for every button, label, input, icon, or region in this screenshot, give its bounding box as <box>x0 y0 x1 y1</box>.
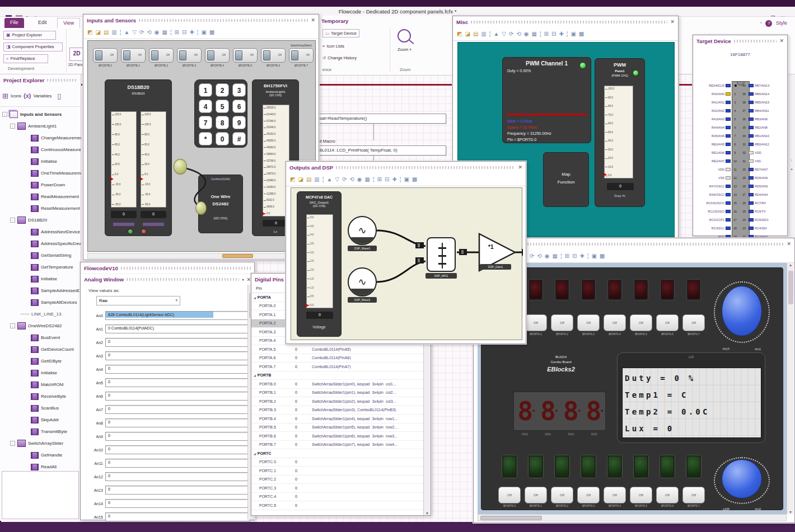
digital-pin-row[interactable]: PORTC.4 0 <box>251 493 431 502</box>
dsp-wave1-component[interactable]: ∿ <box>348 216 377 245</box>
toolbar-icon[interactable]: ¦ <box>170 29 172 35</box>
analog-value-field[interactable]: 0 <box>105 418 250 427</box>
chip-pin[interactable]: RC0/SOSCO 15 <box>694 199 741 207</box>
close-icon[interactable]: ✕ <box>518 164 522 170</box>
toolbar-icon[interactable]: ◩ <box>87 29 92 35</box>
toolbar-icon[interactable]: ◉ <box>545 253 550 259</box>
toolbar-icon[interactable]: ◪ <box>298 176 303 182</box>
chip-pin[interactable]: 26 RC7/RX <box>740 199 786 207</box>
toggle-button[interactable]: Off <box>630 314 652 331</box>
keypad-key[interactable]: 2 <box>216 83 229 97</box>
style-button[interactable]: Style <box>776 20 787 26</box>
connection-node[interactable] <box>195 201 207 215</box>
misc-window-header[interactable]: Misc✕ <box>453 16 678 27</box>
toolbar-icon[interactable]: ▦ <box>532 31 537 37</box>
toolbar-icon[interactable]: ▣ <box>404 176 409 182</box>
toolbar-icon[interactable]: ◉ <box>155 29 160 35</box>
toolbar-icon[interactable]: ⊟ <box>385 176 389 182</box>
close-icon[interactable]: ✕ <box>779 38 784 44</box>
analog-value-field[interactable]: 0 <box>105 459 250 468</box>
knob-cap[interactable] <box>722 459 762 498</box>
tree-item[interactable]: - Initialise <box>0 273 81 285</box>
toolbar-icon[interactable]: ⊞ <box>175 29 179 35</box>
green-button[interactable] <box>634 455 648 478</box>
chip-pin[interactable]: RE1/AN6 9 <box>694 148 741 157</box>
toggle-button[interactable]: Off <box>551 487 573 503</box>
target-device-button[interactable]: ▭Target Device <box>322 29 359 37</box>
digital-pin-row[interactable]: PORTB.2 0 SwitchArraySlider1(pin2), keyp… <box>251 397 431 406</box>
analog-value-field[interactable]: 0 <box>105 351 250 360</box>
chip-pin[interactable]: 37 RB4/AN11 <box>740 106 786 115</box>
chip-pin[interactable]: 40 RB7/AN13 <box>740 81 786 90</box>
toolbar-icon[interactable]: ¦ <box>587 253 589 259</box>
digital-pin-row[interactable]: PORTC.3 0 <box>251 484 431 493</box>
chip-pin[interactable]: VSS 12 <box>694 173 741 182</box>
green-button[interactable] <box>686 455 701 478</box>
tree-item[interactable]: - GetDeviceCount <box>0 343 81 355</box>
digital-pin-row[interactable]: PORTB <box>251 371 431 380</box>
toolbar-icon[interactable]: ¦ <box>120 29 121 35</box>
toolbar-icon[interactable]: ▲ <box>493 31 499 37</box>
scroll-right-icon[interactable]: › <box>788 158 795 162</box>
keypad-key[interactable]: 8 <box>216 116 229 129</box>
toolbar-icon[interactable]: ▲ <box>124 29 129 35</box>
toolbar-icon[interactable]: ⊟ <box>182 29 186 35</box>
toolbar-icon[interactable]: ▥ <box>111 29 116 35</box>
toolbar-icon[interactable]: ▥ <box>481 31 486 37</box>
toolbar-icon[interactable]: ⊞ <box>544 31 549 37</box>
toolbar-icon[interactable]: ⊟ <box>551 31 556 37</box>
tree-item[interactable]: - AddressSpecificDevice <box>0 238 81 249</box>
toolbar-icon[interactable]: ¦ <box>373 176 375 182</box>
tree-item[interactable]: - ScanBus <box>0 402 81 414</box>
slide-switch[interactable]: Off <box>233 48 258 63</box>
icons-tab[interactable]: Icons <box>11 93 21 98</box>
tree-item[interactable]: - SampleAddressedDevice <box>0 285 81 296</box>
collapse-ribbon-icon[interactable]: ^ <box>760 21 762 26</box>
slide-switch[interactable]: Off <box>121 48 146 63</box>
digital-pin-row[interactable]: PORTB.7 0 SwitchArraySlider1(pin7), keyp… <box>251 441 431 450</box>
analog-value-field[interactable]: 0 <box>105 512 250 521</box>
toggle-button[interactable]: Off <box>682 314 705 331</box>
digital-pin-row[interactable]: PORTB.6 0 SwitchArraySlider1(pin6), keyp… <box>251 432 431 441</box>
analog-window-header[interactable]: Analog Window▪✕ <box>81 274 254 285</box>
tree-item[interactable]: - GetTemperature <box>0 261 81 273</box>
view-mode-dropdown[interactable]: Raw ▾ <box>96 296 180 305</box>
switch-knob[interactable] <box>263 50 270 60</box>
expand-collapse-icon[interactable]: - <box>10 323 15 328</box>
eblocks-hscrollbar[interactable] <box>478 514 787 521</box>
digital-pin-row[interactable]: PORTB.1 0 SwitchArraySlider1(pin1), keyp… <box>251 389 431 398</box>
toolbar-icon[interactable]: ⟳ <box>342 176 347 182</box>
inputs-hscrollbar[interactable] <box>87 253 316 259</box>
toggle-button[interactable]: Off <box>577 487 600 503</box>
toolbar-icon[interactable]: ▩ <box>600 253 605 259</box>
chip-pin[interactable]: 30 RD7/AN7 <box>740 165 786 173</box>
toggle-button[interactable]: Off <box>525 487 547 503</box>
chip-pin[interactable]: 23 RC4/SDI <box>740 224 786 232</box>
chip-pin[interactable]: RA0/AN0 2 <box>694 90 741 98</box>
digital-pin-row[interactable]: PORTC.1 0 <box>251 467 431 475</box>
toolbar-icon[interactable]: ▦ <box>365 176 370 182</box>
digital-pin-row[interactable]: PORTC <box>251 449 431 458</box>
digital-pin-row[interactable]: PORTA.6 0 ComboBL0114(PinA6) <box>251 354 431 363</box>
switch-knob[interactable] <box>123 50 130 60</box>
toggle-button[interactable]: Off <box>551 314 573 331</box>
inputs-window-header[interactable]: Inputs and Sensors✕ <box>83 15 319 26</box>
keypad-key[interactable]: 4 <box>199 100 212 113</box>
help-icon[interactable]: ? <box>765 20 772 27</box>
switch-knob[interactable] <box>151 50 158 60</box>
slide-switch[interactable]: Off <box>149 48 174 63</box>
scroll-up-icon[interactable]: ▴ <box>788 167 795 171</box>
expand-collapse-icon[interactable]: - <box>10 441 15 446</box>
tree-item[interactable]: - AmbientLight1 <box>0 120 81 132</box>
toolbar-icon[interactable]: ⟲ <box>147 29 151 35</box>
keypad-key[interactable]: 3 <box>232 83 246 97</box>
keypad-key[interactable]: 6 <box>232 100 246 113</box>
toolbar-icon[interactable]: ▽ <box>502 31 506 37</box>
expand-collapse-icon[interactable]: - <box>10 218 15 223</box>
toolbar-icon[interactable]: ◪ <box>465 31 470 37</box>
icons-grid-icon[interactable]: ⊞ <box>2 92 8 100</box>
project-explorer-button[interactable]: ▣Project Explorer <box>3 31 56 40</box>
toggle-button[interactable]: Off <box>656 487 679 503</box>
toolbar-icon[interactable]: ⟲ <box>537 253 541 259</box>
toggle-button[interactable]: Off <box>498 487 521 503</box>
